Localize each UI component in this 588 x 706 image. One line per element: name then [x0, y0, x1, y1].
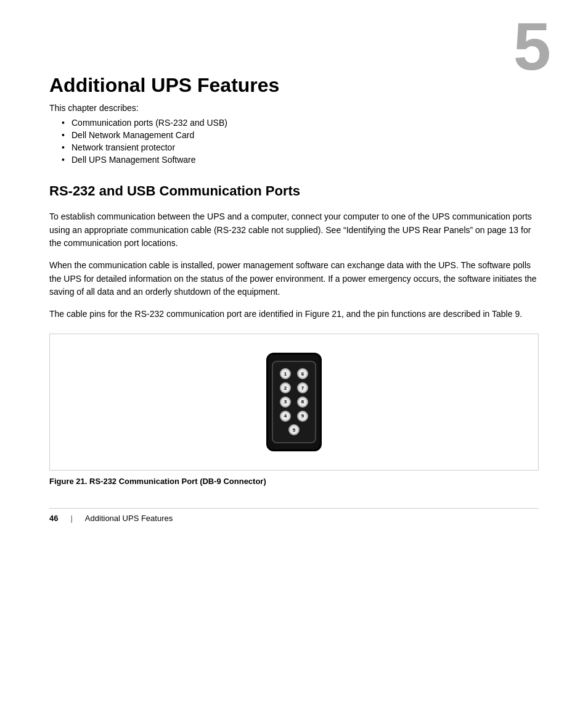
list-item: Dell Network Management Card	[62, 130, 539, 140]
pin-3: 3	[280, 396, 291, 408]
footer-page-number: 46	[49, 514, 58, 523]
list-item: Dell UPS Management Software	[62, 155, 539, 165]
pin-row-3: 3 8	[277, 396, 311, 408]
pin-row-2: 2 7	[277, 382, 311, 393]
section1-paragraph2: When the communication cable is installe…	[49, 259, 539, 299]
figure-caption: Figure 21. RS-232 Communication Port (DB…	[49, 477, 539, 486]
pin-row-5: 5	[277, 424, 311, 435]
pin-row-4: 4 9	[277, 411, 311, 422]
chapter-number: 5	[513, 12, 551, 80]
pin-6: 6	[297, 368, 308, 379]
list-item: Communication ports (RS-232 and USB)	[62, 118, 539, 128]
pin-8: 8	[297, 396, 308, 408]
section1-heading: RS-232 and USB Communication Ports	[49, 183, 539, 199]
db9-inner: 1 6 2 7 3 8 4 9	[272, 361, 316, 443]
pin-9: 9	[297, 411, 308, 422]
section1-paragraph1: To establish communication between the U…	[49, 210, 539, 250]
bullet-list: Communication ports (RS-232 and USB) Del…	[62, 118, 539, 165]
pin-1: 1	[280, 368, 291, 379]
page-title: Additional UPS Features	[49, 74, 539, 97]
pin-row-1: 1 6	[277, 368, 311, 379]
intro-text: This chapter describes:	[49, 103, 539, 113]
footer-section-name: Additional UPS Features	[85, 514, 173, 523]
footer-separator: |	[70, 514, 72, 523]
pin-5: 5	[288, 424, 300, 435]
pin-4: 4	[280, 411, 291, 422]
db9-connector-illustration: 1 6 2 7 3 8 4 9	[266, 353, 322, 451]
section1-paragraph3: The cable pins for the RS-232 communicat…	[49, 308, 539, 321]
pin-7: 7	[297, 382, 308, 393]
page-footer: 46 | Additional UPS Features	[49, 508, 539, 523]
figure-box: 1 6 2 7 3 8 4 9	[49, 334, 539, 470]
pin-2: 2	[280, 382, 291, 393]
list-item: Network transient protector	[62, 142, 539, 152]
